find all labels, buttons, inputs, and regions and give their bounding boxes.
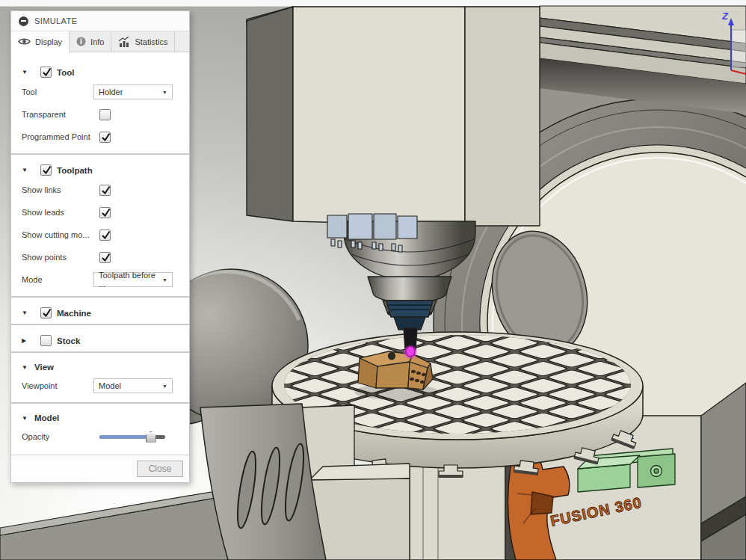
section-divider: [11, 324, 189, 325]
row-label: Show leads: [22, 208, 93, 217]
dialog-tabs: Display Info Statistics: [11, 31, 189, 52]
section-title: Stock: [57, 336, 80, 345]
chevron-down-icon[interactable]: ▼: [22, 310, 29, 316]
chevron-down-icon: ▼: [162, 90, 167, 95]
transparent-checkbox[interactable]: [99, 109, 111, 120]
tab-display[interactable]: Display: [11, 31, 70, 52]
chevron-down-icon: ▼: [162, 277, 167, 283]
opacity-slider[interactable]: [99, 431, 165, 443]
row-label: Programmed Point: [22, 132, 93, 141]
section-divider: [11, 296, 189, 298]
section-header-machine[interactable]: ▼ Machine: [11, 307, 189, 319]
mode-dropdown-value: Toolpath before ...: [99, 271, 162, 289]
viewpoint-dropdown-value: Model: [99, 381, 121, 390]
section-title: Machine: [57, 309, 91, 318]
row-label: Mode: [22, 275, 93, 284]
show-points-checkbox[interactable]: [99, 252, 111, 263]
tab-info[interactable]: Info: [70, 31, 111, 52]
tab-statistics[interactable]: Statistics: [111, 31, 175, 52]
dialog-title: SIMULATE: [34, 16, 77, 25]
row-mode: Mode Toolpath before ... ▼: [11, 268, 189, 291]
close-button[interactable]: Close: [137, 461, 183, 477]
machine-section-checkbox[interactable]: [40, 307, 52, 319]
row-label: Show cutting mo...: [22, 230, 93, 239]
section-header-tool[interactable]: ▼ Tool: [11, 67, 189, 78]
chevron-down-icon[interactable]: ▼: [22, 167, 29, 173]
row-show-cutting-moves: Show cutting mo...: [11, 224, 189, 246]
spindle-column: [247, 7, 540, 226]
viewpoint-dropdown[interactable]: Model ▼: [93, 378, 173, 393]
row-show-leads: Show leads: [11, 201, 189, 224]
tool-dropdown-value: Holder: [99, 87, 123, 96]
dialog-header[interactable]: SIMULATE: [11, 11, 189, 31]
row-tool: Tool Holder ▼: [11, 81, 189, 103]
tab-statistics-label: Statistics: [135, 37, 167, 46]
row-label: Viewpoint: [22, 381, 93, 390]
tab-info-label: Info: [90, 37, 104, 46]
z-axis-label: Z: [721, 10, 729, 22]
row-label: Show links: [22, 185, 93, 194]
section-header-stock[interactable]: ▶ Stock: [11, 335, 189, 346]
section-title: View: [34, 363, 54, 372]
simulate-dialog: SIMULATE Display Info Statistics ▼: [10, 10, 190, 483]
chevron-down-icon: ▼: [162, 384, 167, 389]
row-programmed-point: Programmed Point: [11, 126, 189, 148]
row-show-points: Show points: [11, 246, 189, 268]
info-icon: [76, 37, 86, 46]
row-viewpoint: Viewpoint Model ▼: [11, 375, 189, 397]
mode-dropdown[interactable]: Toolpath before ... ▼: [93, 272, 173, 287]
toolpath-section-checkbox[interactable]: [40, 164, 52, 176]
tool-tip: [406, 346, 415, 357]
stock-section-checkbox[interactable]: [40, 335, 52, 346]
row-label: Tool: [22, 87, 93, 96]
show-links-checkbox[interactable]: [99, 185, 111, 196]
dialog-footer: Close: [11, 455, 189, 482]
row-show-links: Show links: [11, 179, 189, 201]
tool-section-checkbox[interactable]: [40, 67, 52, 78]
eye-icon: [18, 37, 31, 46]
section-header-model[interactable]: ▼ Model: [11, 413, 189, 422]
row-transparent: Transparent: [11, 103, 189, 126]
chevron-right-icon[interactable]: ▶: [22, 337, 29, 344]
section-divider: [11, 153, 189, 155]
opacity-slider-handle[interactable]: [146, 431, 156, 443]
chevron-down-icon[interactable]: ▼: [22, 364, 29, 371]
section-divider: [11, 351, 189, 353]
section-title: Model: [34, 413, 59, 422]
opacity-slider-fill: [99, 435, 151, 439]
statistics-icon: [118, 37, 130, 47]
section-divider: [11, 402, 189, 404]
tool[interactable]: [403, 328, 418, 360]
section-title: Toolpath: [57, 166, 93, 175]
show-cutting-moves-checkbox[interactable]: [99, 230, 111, 241]
programmed-point-checkbox[interactable]: [99, 132, 111, 143]
app-top-strip: [0, 0, 746, 7]
chevron-down-icon[interactable]: ▼: [22, 69, 29, 76]
fusion360-simulate-screen: Autodesk FUSION 360: [0, 0, 746, 560]
show-leads-checkbox[interactable]: [99, 207, 111, 218]
tool-dropdown[interactable]: Holder ▼: [93, 84, 173, 99]
section-header-toolpath[interactable]: ▼ Toolpath: [11, 164, 189, 176]
row-opacity: Opacity: [11, 425, 189, 448]
display-tab-content: ▼ Tool Tool Holder ▼ Transparent Program…: [11, 52, 189, 455]
chevron-down-icon[interactable]: ▼: [22, 415, 29, 422]
collapse-icon[interactable]: [19, 16, 28, 26]
section-title: Tool: [57, 68, 74, 77]
row-label: Transparent: [22, 110, 93, 119]
row-label: Show points: [22, 253, 93, 262]
section-header-view[interactable]: ▼ View: [11, 363, 189, 372]
row-label: Opacity: [22, 432, 93, 441]
tab-display-label: Display: [35, 37, 62, 46]
